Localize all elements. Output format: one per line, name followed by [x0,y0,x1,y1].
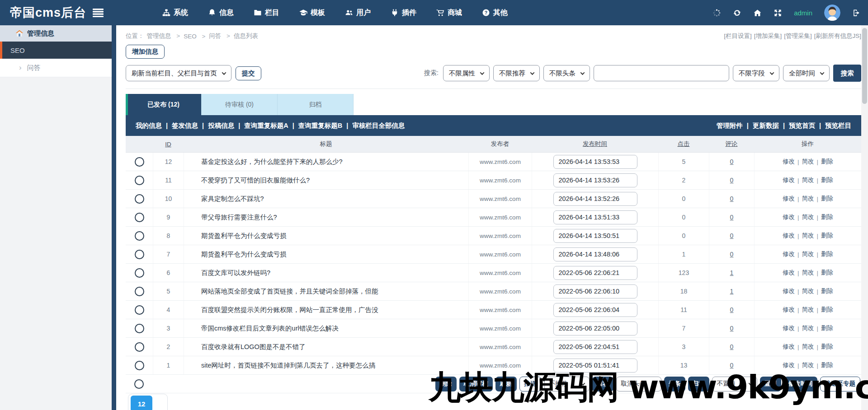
row-title-link[interactable]: 基金定投这么好，为什么能坚持下来的人那么少? [184,153,468,171]
home-icon[interactable] [753,9,762,17]
toolbar-link[interactable]: 管理附件 [717,121,753,130]
row-action-modify[interactable]: 修改 [783,213,795,221]
row-publisher-link[interactable]: www.zmt6.com [468,319,532,337]
row-time-input[interactable] [553,284,637,298]
row-time-input[interactable] [553,192,637,206]
row-action-delete[interactable]: 删除 [821,176,833,184]
row-action-quick-edit[interactable]: 简改 [802,250,814,258]
top-link[interactable]: [增加采集] [754,32,782,40]
scrollbar-thumb[interactable] [862,28,867,104]
row-action-delete[interactable]: 删除 [821,232,833,240]
row-select-radio[interactable] [135,176,144,185]
row-publisher-link[interactable]: www.zmt6.com [468,208,532,226]
row-time-input[interactable] [553,155,637,169]
avatar[interactable] [824,5,840,21]
row-select-radio[interactable] [135,194,144,204]
add-info-button[interactable]: 增加信息 [126,45,165,59]
row-action-quick-edit[interactable]: 简改 [802,213,814,221]
row-action-delete[interactable]: 删除 [821,343,833,351]
row-comments-link[interactable]: 0 [730,232,734,239]
row-action-modify[interactable]: 修改 [783,176,795,184]
row-time-input[interactable] [553,340,637,354]
breadcrumb-link[interactable]: SEO [184,33,206,40]
breadcrumb-link[interactable]: 问答 [209,32,231,40]
toolbar-link[interactable]: 更新数据 [753,121,789,130]
row-comments-link[interactable]: 0 [730,214,734,221]
row-time-input[interactable] [553,229,637,243]
row-title-link[interactable]: 期货盈利平仓为什么变成亏损 [184,227,468,245]
nav-menu-item[interactable]: 其他 [482,8,508,18]
row-select-radio[interactable] [135,324,144,333]
nav-menu-item[interactable]: 插件 [391,8,416,18]
menu-toggle-icon[interactable] [93,9,104,17]
row-comments-link[interactable]: 0 [730,158,734,165]
sidebar-item-qa[interactable]: › 问答 [0,59,112,77]
row-select-radio[interactable] [135,342,144,352]
top-link[interactable]: [管理采集] [784,32,812,40]
pagination-current[interactable]: 12 [131,396,152,410]
search-button[interactable]: 搜索 [833,65,861,82]
row-publisher-link[interactable]: www.zmt6.com [468,153,532,171]
toolbar-link[interactable]: 预览首页 [789,121,825,130]
row-select-radio[interactable] [135,361,144,370]
col-header-id[interactable]: ID [153,141,184,148]
row-publisher-link[interactable]: www.zmt6.com [468,338,532,356]
row-action-quick-edit[interactable]: 简改 [802,232,814,240]
row-comments-link[interactable]: 1 [730,269,734,276]
row-action-quick-edit[interactable]: 简改 [802,287,814,295]
row-comments-link[interactable]: 0 [730,306,734,313]
row-title-link[interactable]: 家具定制怎么不踩坑? [184,190,468,208]
row-action-delete[interactable]: 删除 [821,158,833,166]
status-tab[interactable]: 归档 [278,94,354,115]
status-tab[interactable]: 已发布 (12) [126,94,202,115]
row-action-modify[interactable]: 修改 [783,158,795,166]
row-comments-link[interactable]: 0 [730,343,734,350]
nav-menu-item[interactable]: 系统 [162,8,188,18]
row-action-delete[interactable]: 删除 [821,213,833,221]
row-comments-link[interactable]: 0 [730,195,734,202]
nav-menu-item[interactable]: 商城 [436,8,462,18]
col-header-comments[interactable]: 评论 [709,140,754,148]
headline-select[interactable]: 不限头条 [543,65,590,81]
sidebar-section-seo[interactable]: SEO [0,42,112,59]
row-select-radio[interactable] [135,287,144,296]
row-action-modify[interactable]: 修改 [783,195,795,203]
nav-menu-item[interactable]: 信息 [208,8,234,18]
row-publisher-link[interactable]: www.zmt6.com [468,227,532,245]
scrollbar[interactable] [861,25,868,410]
username[interactable]: admin [794,9,812,17]
row-comments-link[interactable]: 0 [730,251,734,258]
row-title-link[interactable]: 百度收录就有LOGO图是不是不错了 [184,338,468,356]
refresh-icon[interactable] [733,9,741,17]
row-time-input[interactable] [553,303,637,317]
logout-icon[interactable] [852,9,861,17]
row-title-link[interactable]: 期货盈利平仓为什么变成亏损 [184,245,468,263]
row-action-delete[interactable]: 删除 [821,250,833,258]
fullscreen-icon[interactable] [774,9,782,17]
row-select-radio[interactable] [135,268,144,278]
row-title-link[interactable]: 网站落地页全部变成了首页链接，并且关键词全部掉落，但能 [184,282,468,300]
keyword-input[interactable] [594,65,729,81]
row-time-input[interactable] [553,210,637,224]
row-title-link[interactable]: site网址时，首页链接不知道掉到第几页去了，这种要怎么搞 [184,356,468,374]
row-action-modify[interactable]: 修改 [783,306,795,314]
row-action-modify[interactable]: 修改 [783,287,795,295]
top-link[interactable]: [栏目设置] [724,32,752,40]
row-publisher-link[interactable]: www.zmt6.com [468,245,532,263]
row-time-input[interactable] [553,266,637,280]
row-action-quick-edit[interactable]: 简改 [802,324,814,332]
row-publisher-link[interactable]: www.zmt6.com [468,301,532,319]
breadcrumb-link[interactable]: 信息列表 [234,32,258,40]
row-action-delete[interactable]: 删除 [821,269,833,277]
row-select-radio[interactable] [135,213,144,222]
row-title-link[interactable]: 百度联盟突然提示关闭分账权限，网站一直正常使用，广告没 [184,301,468,319]
row-title-link[interactable]: 不爱穿扔了又可惜的旧衣服能做什么? [184,171,468,189]
row-publisher-link[interactable]: www.zmt6.com [468,264,532,282]
row-title-link[interactable]: 带父母旅行需要注意什么? [184,208,468,226]
row-select-radio[interactable] [135,231,144,241]
recommend-select[interactable]: 不限推荐 [493,65,540,81]
attribute-select[interactable]: 不限属性 [443,65,490,81]
submit-button[interactable]: 提交 [236,66,261,80]
col-header-clicks[interactable]: 点击 [658,140,709,148]
row-time-input[interactable] [553,247,637,261]
